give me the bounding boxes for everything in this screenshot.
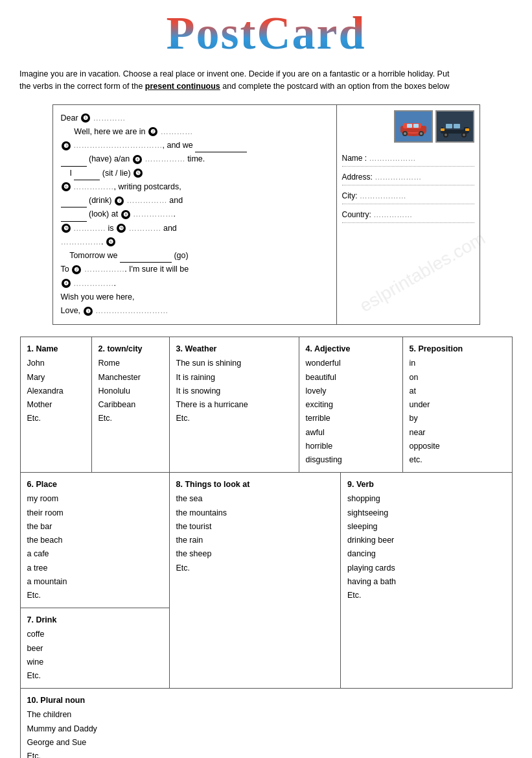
postcard-line-tomorrow: Tomorrow we (go)	[61, 249, 329, 263]
num-8a: ❽	[121, 210, 130, 219]
postcard-line-love: Love, ❶ ………………………	[61, 304, 329, 318]
box-preposition: 5. Preposition inonatunderbynearopposite…	[402, 337, 513, 473]
postcard-line-to: To ❷ ……………. I'm sure it will be	[61, 263, 329, 276]
col-left: 6. Place my roomtheir roomthe barthe bea…	[20, 472, 169, 689]
address-name: Name : ………………	[342, 150, 474, 167]
svg-point-6	[404, 132, 406, 135]
box4-title: 4. Adjective	[306, 342, 396, 355]
num-7a: ❼	[115, 196, 124, 206]
postcard-line-8: (look) at ❽ …………….	[61, 207, 329, 221]
address-street: Address: ………………	[342, 169, 474, 185]
postcard-line-10: ……………. ❻	[61, 235, 329, 249]
svg-point-19	[463, 134, 465, 136]
postcard-line-wish: Wish you were here,	[61, 290, 329, 304]
box9-title: 9. Verb	[347, 478, 505, 491]
num-6b: ❻	[106, 237, 115, 246]
postcard-line-dear: Dear ❶ …………	[61, 112, 329, 125]
box-plural: 10. Plural noun The childrenMummy and Da…	[20, 688, 169, 758]
box-drink: 7. Drink coffebeerwineEtc.	[20, 608, 169, 689]
country-label: Country:	[342, 210, 371, 219]
box10-content: The childrenMummy and DaddyGeorge and Su…	[27, 708, 163, 758]
svg-point-8	[420, 132, 422, 135]
svg-rect-21	[465, 128, 469, 131]
postcard-line-4: (have) a/an ❹ …………… time.	[61, 152, 329, 166]
postcard-line-5: I (sit / lie) ❺	[61, 167, 329, 180]
box-place: 6. Place my roomtheir roomthe barthe bea…	[20, 472, 169, 608]
num-4b: ❹	[62, 279, 71, 288]
address-area: Name : ……………… Address: ……………… City: ……………	[342, 150, 474, 226]
svg-rect-14	[446, 124, 452, 128]
num-5a: ❺	[133, 169, 143, 178]
page-title: PostCard	[167, 6, 366, 60]
row2-rightrow-top: 8. Things to look at the seathe mountain…	[169, 472, 513, 689]
svg-rect-20	[441, 128, 445, 131]
box7-content: coffebeerwineEtc.	[27, 628, 163, 683]
boxes-row1: 1. Name JohnMaryAlexandraMotherEtc. 2. t…	[20, 337, 513, 473]
boxes-row3: 10. Plural noun The childrenMummy and Da…	[20, 688, 513, 758]
postcard-line-here: Well, here we are in ❷ …………	[61, 125, 329, 139]
num-3a: ❸	[62, 141, 71, 150]
box10-title: 10. Plural noun	[27, 694, 163, 707]
address-country: Country: ……………	[342, 207, 474, 223]
title-area: PostCard	[19, 6, 513, 60]
svg-rect-9	[407, 124, 412, 128]
box5-content: inonatunderbynearoppositeetc.	[410, 357, 505, 467]
box-adjective: 4. Adjective wonderfulbeautifullovelyexc…	[299, 337, 402, 473]
box1-title: 1. Name	[27, 342, 85, 355]
postcard-line-7: (drink) ❼ …………… and	[61, 194, 329, 207]
postcard-body: Dear ❶ ………… Well, here we are in ❷ ………… …	[53, 105, 337, 325]
box-verb: 9. Verb shoppingsightseeingsleepingdrink…	[340, 472, 513, 689]
svg-point-17	[445, 134, 447, 136]
num-9b: ❾	[117, 224, 126, 233]
num-1: ❶	[81, 113, 90, 123]
box3-title: 3. Weather	[176, 342, 292, 355]
box1-content: JohnMaryAlexandraMotherEtc.	[27, 357, 85, 425]
postcard: Dear ❶ ………… Well, here we are in ❷ ………… …	[52, 104, 480, 326]
address-city: City: ………………	[342, 188, 474, 204]
stamp-2	[435, 110, 474, 143]
svg-rect-10	[413, 124, 419, 128]
stamp-area	[342, 110, 474, 143]
box9-content: shoppingsightseeingsleepingdrinking beer…	[347, 492, 505, 602]
num-1b: ❶	[84, 307, 93, 316]
postcard-line-3: ❸ ……………………………, and we	[61, 139, 329, 152]
postcard-line-adj: ❹ …………….	[61, 277, 329, 290]
instructions: Imagine you are in vacation. Choose a re…	[19, 68, 460, 93]
box6-title: 6. Place	[27, 478, 163, 491]
stamp-1	[394, 110, 433, 143]
name-label: Name :	[342, 154, 367, 163]
box-weather: 3. Weather The sun is shiningIt is raini…	[169, 337, 299, 473]
postcard-line-9: ❾ ………… is ❾ ………… and	[61, 222, 329, 235]
address-label: Address:	[342, 172, 373, 182]
svg-rect-15	[454, 124, 460, 128]
box5-title: 5. Preposition	[410, 342, 505, 355]
box4-content: wonderfulbeautifullovelyexcitingterrible…	[306, 357, 396, 467]
box2-content: RomeManchesterHonoluluCaribbeanEtc.	[98, 357, 163, 425]
box6-content: my roomtheir roomthe barthe beacha cafea…	[27, 492, 163, 602]
num-9a: ❾	[62, 224, 71, 233]
box2-title: 2. town/city	[98, 342, 163, 355]
box-things: 8. Things to look at the seathe mountain…	[169, 472, 341, 689]
box-name: 1. Name JohnMaryAlexandraMotherEtc.	[20, 337, 91, 473]
city-label: City:	[342, 191, 358, 200]
box-town: 2. town/city RomeManchesterHonoluluCarib…	[91, 337, 169, 473]
postcard-line-6: ❻ ……………, writing postcards,	[61, 180, 329, 194]
boxes-row2: 6. Place my roomtheir roomthe barthe bea…	[20, 472, 513, 689]
num-2: ❷	[148, 127, 157, 136]
box7-title: 7. Drink	[27, 613, 163, 626]
box8-title: 8. Things to look at	[176, 478, 334, 491]
box8-content: the seathe mountainsthe touristthe raint…	[176, 492, 334, 575]
num-6a: ❻	[62, 182, 71, 191]
num-4a: ❹	[133, 155, 142, 164]
postcard-address-side: Name : ……………… Address: ……………… City: ……………	[337, 105, 480, 325]
boxes-area: 1. Name JohnMaryAlexandraMotherEtc. 2. t…	[20, 337, 513, 758]
row2-right: 8. Things to look at the seathe mountain…	[169, 472, 513, 689]
box3-content: The sun is shiningIt is rainingIt is sno…	[176, 357, 292, 425]
num-2b: ❷	[72, 265, 81, 274]
